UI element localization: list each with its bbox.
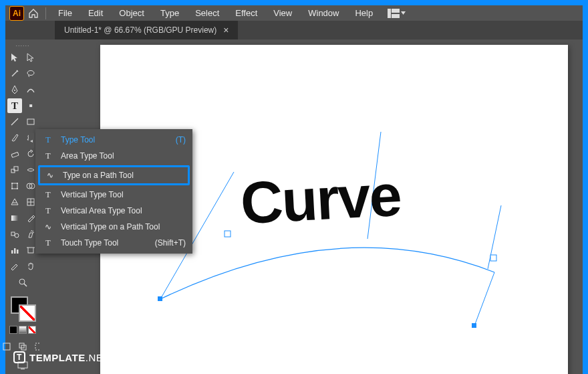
fill-stroke-swatches[interactable] [9,295,36,322]
flyout-shortcut: (T) [176,135,186,145]
flyout-item-type-on-path-tool[interactable]: ∿ Type on a Path Tool [38,165,190,185]
menu-window[interactable]: Window [301,5,345,21]
flyout-shortcut: (Shift+T) [155,238,186,248]
svg-rect-1 [392,9,400,13]
workspace: ······ T▪ [5,39,583,374]
flyout-label: Vertical Type on a Path Tool [61,222,160,231]
flyout-label: Area Type Tool [61,151,114,161]
svg-point-14 [17,188,18,189]
menu-object[interactable]: Object [112,5,151,21]
menu-type[interactable]: Type [154,5,186,21]
svg-point-3 [27,71,34,76]
selection-tool-icon[interactable] [7,50,22,65]
flyout-item-vertical-type-tool[interactable]: T Vertical Type Tool [35,187,192,203]
workspace-switcher-icon[interactable] [388,9,406,18]
watermark-brand: TEMPLATE [29,352,86,363]
vertical-area-type-icon: T [42,206,54,216]
column-graph-tool-icon[interactable] [7,243,22,258]
pen-tool-icon[interactable] [7,82,22,97]
gradient-tool-icon[interactable] [7,211,22,225]
none-mode-icon[interactable] [28,326,36,334]
slice-tool-icon[interactable] [7,259,22,274]
menu-select[interactable]: Select [188,5,226,21]
flyout-label: Type on a Path Tool [63,171,134,180]
type-on-path-icon: ∿ [44,171,56,181]
zoom-tool-icon[interactable] [15,275,30,290]
paintbrush-tool-icon[interactable] [7,130,22,145]
svg-rect-24 [14,248,16,254]
svg-point-29 [19,279,25,284]
type-tool-icon[interactable]: T [7,98,22,113]
hand-tool-icon[interactable] [23,259,38,274]
flyout-item-type-tool[interactable]: T Type Tool (T) [35,132,192,148]
svg-rect-6 [27,119,34,124]
app-frame: Ai File Edit Object Type Select Effect V… [5,5,583,369]
flyout-label: Touch Type Tool [61,238,118,248]
menu-effect[interactable]: Effect [229,5,264,21]
color-mode-row [9,326,36,334]
scale-tool-icon[interactable] [7,163,22,177]
flyout-item-vertical-type-on-path-tool[interactable]: ∿ Vertical Type on a Path Tool [35,219,192,235]
app-logo[interactable]: Ai [9,6,24,21]
area-type-icon: T [42,151,54,161]
svg-line-5 [11,118,18,125]
type-tool-flyout: ◂ T Type Tool (T) T Area Type Tool ∿ Typ… [35,129,192,254]
curvature-tool-icon[interactable] [23,82,38,97]
vertical-type-on-path-icon: ∿ [42,222,54,232]
lasso-tool-icon[interactable] [23,66,38,81]
canvas-text[interactable]: Curve [239,161,402,238]
svg-point-22 [15,233,19,238]
menu-help[interactable]: Help [348,5,380,21]
free-transform-tool-icon[interactable] [7,179,22,193]
flyout-item-touch-type-tool[interactable]: T Touch Type Tool (Shift+T) [35,235,192,251]
flyout-indicator-icon[interactable]: ▪ [23,98,38,113]
rectangle-tool-icon[interactable] [23,114,38,129]
svg-line-38 [474,272,494,326]
svg-rect-2 [392,14,400,18]
flyout-item-vertical-area-type-tool[interactable]: T Vertical Area Type Tool [35,203,192,219]
color-mode-icon[interactable] [9,326,17,334]
draw-normal-icon[interactable] [0,339,14,354]
gradient-mode-icon[interactable] [19,326,27,334]
tab-label: Untitled-1* @ 66.67% (RGB/GPU Preview) [64,25,216,35]
home-icon[interactable] [27,7,40,20]
svg-point-4 [14,90,15,91]
menu-edit[interactable]: Edit [82,5,110,21]
svg-point-11 [11,183,13,184]
document-tab[interactable]: Untitled-1* @ 66.67% (RGB/GPU Preview) × [55,21,238,39]
menu-file[interactable]: File [51,5,79,21]
flyout-label: Type Tool [61,135,95,145]
svg-rect-21 [11,232,15,236]
svg-rect-44 [490,255,496,261]
divider [45,7,46,19]
vertical-type-icon: T [42,190,54,200]
document-tabbar: Untitled-1* @ 66.67% (RGB/GPU Preview) × [5,21,583,39]
direct-selection-tool-icon[interactable] [23,50,38,65]
svg-rect-0 [388,9,391,18]
svg-rect-43 [225,231,231,237]
eraser-tool-icon[interactable] [7,147,22,161]
perspective-tool-icon[interactable] [7,195,22,209]
svg-rect-20 [11,215,18,221]
toolbox-header: ······ [15,42,29,49]
svg-point-13 [11,188,13,189]
close-icon[interactable]: × [223,25,229,35]
blend-tool-icon[interactable] [7,227,22,242]
watermark-logo-icon: T [13,351,25,363]
svg-rect-25 [17,250,19,254]
flyout-item-area-type-tool[interactable]: T Area Type Tool [35,148,192,164]
svg-rect-31 [3,343,10,350]
svg-rect-7 [11,152,19,157]
menu-view[interactable]: View [267,5,299,21]
flyout-label: Vertical Type Tool [61,190,124,199]
magic-wand-tool-icon[interactable] [7,66,22,81]
flyout-tearoff-icon[interactable]: ◂ [29,133,34,148]
stroke-swatch[interactable] [19,304,36,322]
svg-rect-26 [28,248,33,253]
svg-rect-10 [12,183,17,189]
watermark: T TEMPLATE.NET [13,351,110,363]
line-tool-icon[interactable] [7,114,22,129]
svg-rect-42 [472,323,476,328]
svg-rect-23 [11,250,13,254]
svg-rect-41 [158,296,162,301]
